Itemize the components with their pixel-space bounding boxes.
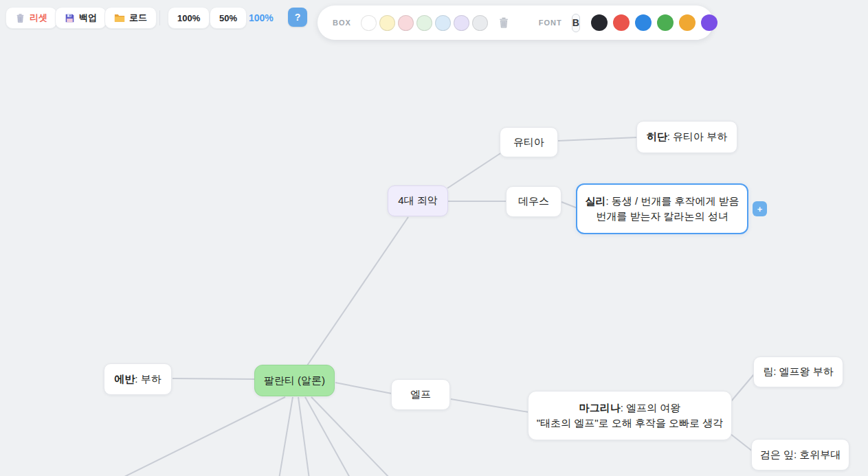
box-color-swatch-2[interactable]: [379, 15, 395, 31]
node-line2: "태초의 엘프"로 오해 후작을 오빠로 생각: [537, 416, 724, 431]
add-child-button[interactable]: +: [753, 201, 767, 216]
load-button[interactable]: 로드: [104, 7, 157, 29]
node-name: 실리: [585, 195, 605, 207]
node-label: 4대 죄악: [398, 194, 438, 207]
folder-icon: [114, 13, 125, 23]
zoom-50-button-label: 50%: [219, 13, 237, 23]
zoom-50-button[interactable]: 50%: [210, 7, 247, 29]
font-color-swatch-6[interactable]: [701, 14, 717, 31]
box-section-label: BOX: [333, 19, 351, 27]
box-color-swatch-7[interactable]: [472, 15, 488, 31]
node-desc: : 동생 / 번개를 후작에게 받음: [605, 195, 739, 207]
node-desc: : 유티아 부하: [667, 131, 728, 142]
zoom-100-button-label: 100%: [177, 13, 200, 23]
node-magrina[interactable]: 마그리나: 엘프의 여왕 "태초의 엘프"로 오해 후작을 오빠로 생각: [528, 391, 732, 440]
box-color-swatch-3[interactable]: [398, 15, 414, 31]
node-label: 팔란티 (알론): [264, 374, 325, 387]
node-yutia[interactable]: 유티아: [500, 127, 558, 157]
box-color-swatch-6[interactable]: [454, 15, 469, 31]
font-section-label: FONT: [539, 19, 562, 27]
node-hidan[interactable]: 히단: 유티아 부하: [636, 121, 737, 153]
box-color-swatch-4[interactable]: [416, 15, 432, 31]
node-label: 검은 잎: 호위부대: [760, 449, 841, 462]
zoom-100-button[interactable]: 100%: [168, 7, 210, 29]
toolbar-divider: [159, 10, 160, 25]
zoom-current-label: 100%: [249, 12, 274, 23]
trash-icon: [15, 13, 25, 23]
node-label: 림: 엘프왕 부하: [763, 365, 834, 378]
node-name: 에반: [114, 373, 135, 385]
style-palette: BOX FONT B: [318, 5, 713, 40]
load-button-label: 로드: [129, 12, 147, 24]
floppy-disk-icon: [65, 13, 75, 23]
help-button[interactable]: ?: [288, 8, 307, 27]
font-color-swatch-2[interactable]: [613, 14, 630, 31]
font-color-swatch-5[interactable]: [679, 14, 695, 31]
box-color-swatch-5[interactable]: [435, 15, 451, 31]
box-clear-trash-icon[interactable]: [498, 16, 510, 29]
node-label: 엘프: [410, 388, 431, 401]
node-evan[interactable]: 에반: 부하: [104, 363, 172, 395]
node-desc: : 부하: [135, 373, 161, 385]
node-sins[interactable]: 4대 죄악: [388, 185, 448, 216]
reset-button[interactable]: 리셋: [5, 7, 57, 29]
node-name: 마그리나: [579, 402, 621, 413]
box-swatches: [361, 15, 491, 31]
box-color-swatch-1[interactable]: [361, 15, 377, 31]
node-elf[interactable]: 엘프: [391, 379, 450, 410]
node-line2: 번개를 받는자 칼라논의 성녀: [596, 209, 728, 224]
node-label: 유티아: [513, 136, 544, 149]
node-desc: : 엘프의 여왕: [621, 402, 681, 413]
node-deus[interactable]: 데우스: [506, 186, 561, 217]
node-blackleaf[interactable]: 검은 잎: 호위부대: [751, 439, 849, 471]
font-color-swatch-3[interactable]: [635, 14, 652, 31]
font-color-swatch-4[interactable]: [657, 14, 674, 31]
bold-toggle-button[interactable]: B: [572, 14, 580, 32]
node-silly[interactable]: 실리: 동생 / 번개를 후작에게 받음 번개를 받는자 칼라논의 성녀: [576, 183, 748, 234]
node-rim[interactable]: 림: 엘프왕 부하: [753, 356, 843, 387]
node-palanti[interactable]: 팔란티 (알론): [254, 365, 335, 396]
font-swatches: [591, 14, 723, 31]
backup-button[interactable]: 백업: [55, 7, 107, 29]
add-child-button-label: +: [757, 204, 763, 214]
node-label: 데우스: [518, 195, 549, 208]
node-name: 히단: [647, 131, 667, 142]
bold-toggle-label: B: [572, 17, 579, 28]
reset-button-label: 리셋: [30, 12, 47, 24]
backup-button-label: 백업: [79, 12, 97, 24]
help-button-label: ?: [295, 12, 301, 23]
font-color-swatch-1[interactable]: [591, 14, 608, 31]
